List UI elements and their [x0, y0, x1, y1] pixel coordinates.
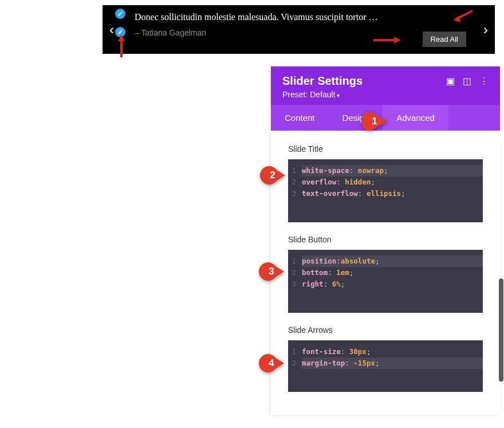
- slide-arrows-css[interactable]: 1font-size: 30px;2margin-top: -15px;: [288, 340, 483, 392]
- scrollbar[interactable]: [498, 66, 504, 425]
- code-line[interactable]: 2overflow: hidden;: [288, 176, 483, 188]
- annotation-arrow: [372, 36, 401, 45]
- tab-content[interactable]: Content: [271, 105, 329, 131]
- svg-marker-0: [454, 15, 460, 22]
- slide-title-label: Slide Title: [288, 144, 483, 154]
- step-badge-1: 1: [362, 112, 387, 131]
- code-line[interactable]: 1font-size: 30px;: [288, 346, 483, 358]
- slide-author: – Tatiana Gagelman: [125, 28, 472, 37]
- code-line[interactable]: 1position:absolute;: [288, 256, 483, 267]
- slide-button-label: Slide Button: [288, 235, 483, 244]
- panel-header: Slider Settings ▣ ◫ ⋮ Preset: Default: [271, 66, 500, 105]
- step-badge-3: 3: [259, 262, 284, 281]
- svg-point-7: [259, 354, 277, 372]
- read-all-button[interactable]: Read All: [423, 32, 466, 47]
- slider-prev-arrow[interactable]: ‹: [109, 22, 114, 38]
- svg-point-5: [260, 166, 278, 184]
- svg-point-6: [259, 262, 277, 281]
- code-line[interactable]: 2margin-top: -15px;: [288, 358, 483, 369]
- step-number: 1: [372, 116, 377, 127]
- step-number: 3: [269, 266, 274, 277]
- svg-marker-2: [394, 37, 401, 44]
- slider-next-arrow[interactable]: ›: [483, 22, 488, 38]
- svg-marker-4: [118, 34, 125, 41]
- step-number: 4: [269, 358, 274, 369]
- step-badge-4: 4: [259, 354, 284, 372]
- annotation-arrow: [116, 34, 127, 58]
- code-line[interactable]: 1white-space: nowrap;: [288, 165, 483, 176]
- focus-icon[interactable]: ▣: [446, 76, 455, 87]
- preset-dropdown[interactable]: Preset: Default: [282, 90, 489, 99]
- code-line[interactable]: 3text-overflow: ellipsis;: [288, 188, 483, 199]
- panel-body: Slide Title 1white-space: nowrap;2overfl…: [271, 131, 500, 415]
- slide-arrows-label: Slide Arrows: [288, 325, 483, 335]
- columns-icon[interactable]: ◫: [463, 76, 471, 87]
- slide-button-css[interactable]: 1position:absolute;2bottom: 1em;3right: …: [288, 250, 483, 313]
- edit-handle[interactable]: [115, 9, 125, 19]
- annotation-arrow: [452, 8, 475, 25]
- panel-title: Slider Settings: [282, 74, 363, 88]
- slider-preview: Donec sollicitudin molestie malesuada. V…: [103, 5, 495, 54]
- step-badge-2: 2: [260, 166, 285, 184]
- step-number: 2: [270, 170, 275, 181]
- slide-title-css[interactable]: 1white-space: nowrap;2overflow: hidden;3…: [288, 159, 483, 222]
- slide-quote: Donec sollicitudin molestie malesuada. V…: [125, 12, 472, 22]
- kebab-menu-icon[interactable]: ⋮: [479, 76, 489, 87]
- scrollbar-thumb[interactable]: [499, 278, 503, 382]
- code-line[interactable]: 3right: 6%;: [288, 278, 483, 290]
- code-line[interactable]: 2bottom: 1em;: [288, 267, 483, 278]
- tab-advanced[interactable]: Advanced: [383, 105, 448, 131]
